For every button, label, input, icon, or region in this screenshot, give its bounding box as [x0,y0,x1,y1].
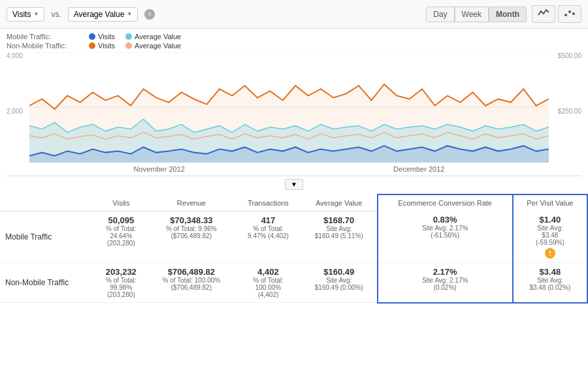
nonmobile-pervisit-sub2: $3.48 (0.02%) [519,284,581,291]
scroll-button[interactable]: ▼ [285,179,303,190]
mobile-visits-sub2: 24.64% [100,232,142,240]
dot-chart-icon [564,8,576,18]
mobile-visits-label: Visits [98,33,115,40]
mobile-pervisit-sub3: (-59.59%) [519,239,581,246]
nonmobile-avg-main: $160.49 [306,267,372,277]
y-axis-left: 4,000 2,000 [7,52,29,163]
mobile-trans-main: 417 [240,215,296,225]
mobile-ecomm-sub1: Site Avg: 2.17% [384,225,507,232]
mobile-ecomm-cell: 0.83% Site Avg: 2.17% (-61.56%) [378,211,513,263]
nonmobile-avg-cell: $160.49 Site Avg: $160.49 (0.00%) [301,263,378,303]
nonmobile-avg-legend: Average Value [125,42,181,50]
mobile-avg-label: Average Value [135,33,181,40]
toolbar: Visits ▼ vs. Average Value ▼ × Day Week … [0,0,588,29]
nonmobile-trans-main: 4,402 [240,267,296,277]
nonmobile-row-label: Non-Mobile Traffic [0,263,95,303]
nonmobile-visits-dot [89,42,95,49]
x-label-nov: November 2012 [134,165,185,173]
mobile-pervisit-sub2: $3.48 [519,232,581,239]
y-left-top: 4,000 [7,52,29,59]
mobile-avg-dot [125,33,132,40]
dot-chart-button[interactable] [558,5,581,23]
y-left-mid: 2,000 [7,108,29,115]
nonmobile-ecomm-cell: 2.17% Site Avg: 2.17% (0.02%) [378,263,513,303]
chart-container: 4,000 2,000 $500.00 $250.00 [7,52,581,176]
legend-row-mobile: Mobile Traffic: Visits Average Value [7,33,581,40]
data-table: Visits Revenue Transactions Average Valu… [0,194,588,303]
metric1-arrow: ▼ [33,11,39,17]
nonmobile-pervisit-cell: $3.48 Site Avg: $3.48 (0.02%) [513,263,587,303]
nonmobile-ecomm-sub2: (0.02%) [384,284,507,291]
nonmobile-trans-cell: 4,402 % of Total: 100.00% (4,402) [235,263,301,303]
nonmobile-visits-sub3: (203,280) [100,291,142,298]
mobile-pervisit-cell: $1.40 Site Avg: $3.48 (-59.59%) ! [513,211,587,263]
y-right-mid: $250.00 [549,108,581,115]
mobile-revenue-sub1: % of Total: 9.96% [153,225,230,232]
mobile-ecomm-main: 0.83% [384,215,507,225]
nonmobile-visits-sub2: 99.98% [100,284,142,291]
col-header-avg-value: Average Value [301,194,378,211]
nonmobile-avg-label: Average Value [135,42,181,50]
col-header-transactions: Transactions [235,194,301,211]
nonmobile-trans-sub2: 100.00% [240,284,296,291]
nonmobile-pervisit-main: $3.48 [519,267,581,277]
mobile-avg-main: $168.70 [306,215,372,225]
nonmobile-ecomm-main: 2.17% [384,267,507,277]
table-row: Non-Mobile Traffic 203,232 % of Total: 9… [0,263,587,303]
x-label-dec: December 2012 [393,165,444,173]
line-chart-button[interactable] [532,5,555,23]
table-row: Mobile Traffic 50,095 % of Total: 24.64%… [0,211,587,263]
close-metric2-button[interactable]: × [144,9,155,20]
day-button[interactable]: Day [426,7,454,22]
mobile-visits-legend: Visits [89,33,115,40]
vs-label: vs. [51,10,61,19]
mobile-trans-cell: 417 % of Total: 9.47% (4,402) [235,211,301,263]
chart-legend: Mobile Traffic: Visits Average Value Non… [0,29,588,52]
nonmobile-avg-sub2: $160.49 (0.00%) [306,284,372,291]
metric-selector: Visits ▼ vs. Average Value ▼ × [7,7,155,22]
nonmobile-pervisit-sub1: Site Avg: [519,277,581,284]
table-header-row: Visits Revenue Transactions Average Valu… [0,194,587,211]
y-axis-right: $500.00 $250.00 [549,52,581,163]
svg-point-1 [568,10,571,13]
metric1-dropdown[interactable]: Visits ▼ [7,7,44,22]
col-header-empty [0,194,95,211]
svg-point-0 [564,14,567,16]
mobile-pervisit-sub1: Site Avg: [519,225,581,232]
scroll-area: ▼ [0,176,588,193]
chart-type-buttons [532,5,581,23]
col-header-revenue: Revenue [148,194,235,211]
mobile-visits-main: 50,095 [100,215,142,225]
metric2-label: Average Value [74,10,125,19]
metric2-dropdown[interactable]: Average Value ▼ [68,7,139,22]
nonmobile-revenue-cell: $706,489.82 % of Total: 100.00% ($706,48… [148,263,235,303]
mobile-ecomm-sub2: (-61.56%) [384,232,507,239]
nonmobile-trans-sub1: % of Total: [240,277,296,284]
mobile-visits-sub1: % of Total: [100,225,142,232]
mobile-trans-sub1: % of Total: [240,225,296,232]
mobile-visits-sub3: (203,280) [100,240,142,247]
mobile-avg-cell: $168.70 Site Avg: $160.49 (5.11%) [301,211,378,263]
nonmobile-revenue-main: $706,489.82 [153,267,230,277]
nonmobile-revenue-sub1: % of Total: 100.00% [153,277,230,284]
metric1-label: Visits [12,10,31,19]
col-header-per-visit: Per Visit Value [513,194,587,211]
nonmobile-visits-sub1: % of Total: [100,277,142,284]
mobile-revenue-main: $70,348.33 [153,215,230,225]
chart-svg [29,52,549,163]
nonmobile-avg-dot [125,42,132,49]
nonmobile-trans-sub3: (4,402) [240,291,296,298]
nonmobile-visits-label: Visits [98,42,115,50]
nonmobile-visits-main: 203,232 [100,267,142,277]
mobile-avg-sub2: $160.49 (5.11%) [306,232,372,240]
mobile-avg-legend: Average Value [125,33,181,40]
col-header-ecommerce: Ecommerce Conversion Rate [378,194,513,211]
y-right-top: $500.00 [549,52,581,59]
month-button[interactable]: Month [489,7,527,22]
warning-icon: ! [545,248,555,258]
nonmobile-visits-cell: 203,232 % of Total: 99.98% (203,280) [95,263,148,303]
nonmobile-avg-sub1: Site Avg: [306,277,372,284]
week-button[interactable]: Week [455,7,489,22]
mobile-visits-dot [89,33,95,40]
nonmobile-legend-label: Non-Mobile Traffic: [7,42,78,50]
